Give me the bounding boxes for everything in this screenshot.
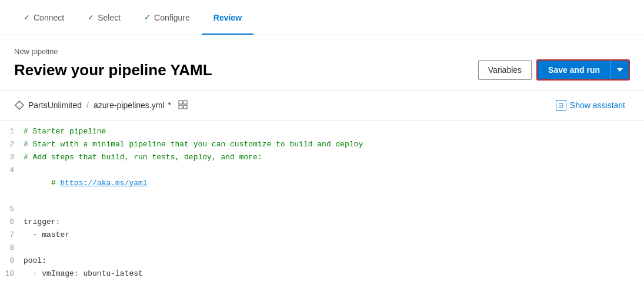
line-number-8: 8	[0, 242, 24, 255]
line-number-7: 7	[0, 229, 24, 242]
code-line-9: 9 pool:	[0, 255, 644, 267]
line-content-9: pool:	[24, 255, 644, 267]
check-icon-configure: ✓	[144, 13, 151, 22]
code-line-7: 7 - master	[0, 229, 644, 242]
file-modified: *	[168, 101, 171, 110]
line-content-6: trigger:	[24, 216, 644, 229]
code-line-8: 8	[0, 242, 644, 255]
show-assistant-label: Show assistant	[570, 101, 625, 110]
code-editor: 1 # Starter pipeline 2 # Start with a mi…	[0, 120, 644, 285]
code-line-1: 1 # Starter pipeline	[0, 125, 644, 138]
file-separator: /	[86, 101, 89, 110]
tab-select[interactable]: ✓ Select	[76, 0, 132, 35]
assistant-icon: ⊡	[556, 100, 566, 111]
chevron-down-icon	[617, 68, 623, 72]
code-line-3: 3 # Add steps that build, run tests, dep…	[0, 151, 644, 164]
nav-tabs: ✓ Connect ✓ Select ✓ Configure Review	[0, 0, 644, 35]
tab-review[interactable]: Review	[202, 0, 253, 35]
line-content-10: · vmImage: ubuntu-latest	[24, 267, 644, 280]
code-line-2: 2 # Start with a minimal pipeline that y…	[0, 138, 644, 151]
repo-name: PartsUnlimited	[28, 101, 82, 110]
tab-connect[interactable]: ✓ Connect	[12, 0, 76, 35]
page-title: Review your pipeline YAML	[14, 61, 212, 79]
repo-icon	[14, 100, 25, 111]
tab-configure[interactable]: ✓ Configure	[132, 0, 202, 35]
line-number-6: 6	[0, 216, 24, 229]
line-number-10: 10	[0, 267, 24, 280]
svg-rect-2	[179, 105, 182, 109]
check-icon-connect: ✓	[24, 13, 30, 22]
svg-rect-3	[183, 105, 187, 109]
header-section: New pipeline Review your pipeline YAML V…	[0, 35, 644, 91]
variables-button[interactable]: Variables	[478, 60, 532, 80]
line-content-2: # Start with a minimal pipeline that you…	[24, 138, 644, 151]
code-line-5: 5	[0, 203, 644, 216]
comment-prefix-4: #	[51, 179, 61, 187]
dot-leader: ·	[33, 269, 38, 278]
header-actions: Variables Save and run	[478, 59, 630, 81]
line-number-3: 3	[0, 151, 24, 164]
line-number-4: 4	[0, 164, 24, 177]
tab-connect-label: Connect	[34, 13, 64, 22]
file-info: PartsUnlimited / azure-pipelines.yml *	[14, 100, 188, 111]
line-content-5	[24, 203, 644, 216]
tab-configure-label: Configure	[154, 13, 190, 22]
tab-review-label: Review	[213, 13, 242, 22]
editor-toolbar: PartsUnlimited / azure-pipelines.yml * ⊡…	[0, 91, 644, 120]
tab-select-label: Select	[98, 13, 121, 22]
check-icon-select: ✓	[88, 13, 94, 22]
line-content-1: # Starter pipeline	[24, 125, 644, 138]
line-number-1: 1	[0, 125, 24, 138]
svg-rect-1	[183, 101, 187, 104]
code-line-10: 10 · vmImage: ubuntu-latest	[0, 267, 644, 280]
header-row: Review your pipeline YAML Variables Save…	[14, 59, 630, 81]
breadcrumb: New pipeline	[14, 47, 630, 56]
show-assistant-button[interactable]: ⊡ Show assistant	[551, 98, 630, 113]
line-content-3: # Add steps that build, run tests, deplo…	[24, 151, 644, 164]
line-number-2: 2	[0, 138, 24, 151]
svg-rect-0	[179, 101, 182, 104]
line-number-9: 9	[0, 255, 24, 267]
save-and-run-button[interactable]: Save and run	[538, 61, 611, 79]
save-run-dropdown-button[interactable]	[611, 61, 629, 79]
line-content-4: # https://aka.ms/yaml	[24, 164, 644, 203]
line-number-5: 5	[0, 203, 24, 216]
save-run-group: Save and run	[536, 59, 630, 81]
file-name: azure-pipelines.yml	[94, 101, 165, 110]
line-content-8	[24, 242, 644, 255]
edit-icon[interactable]	[178, 100, 188, 111]
line-content-7: - master	[24, 229, 644, 242]
yaml-link[interactable]: https://aka.ms/yaml	[60, 179, 147, 187]
code-line-6: 6 trigger:	[0, 216, 644, 229]
code-line-4: 4 # https://aka.ms/yaml	[0, 164, 644, 203]
